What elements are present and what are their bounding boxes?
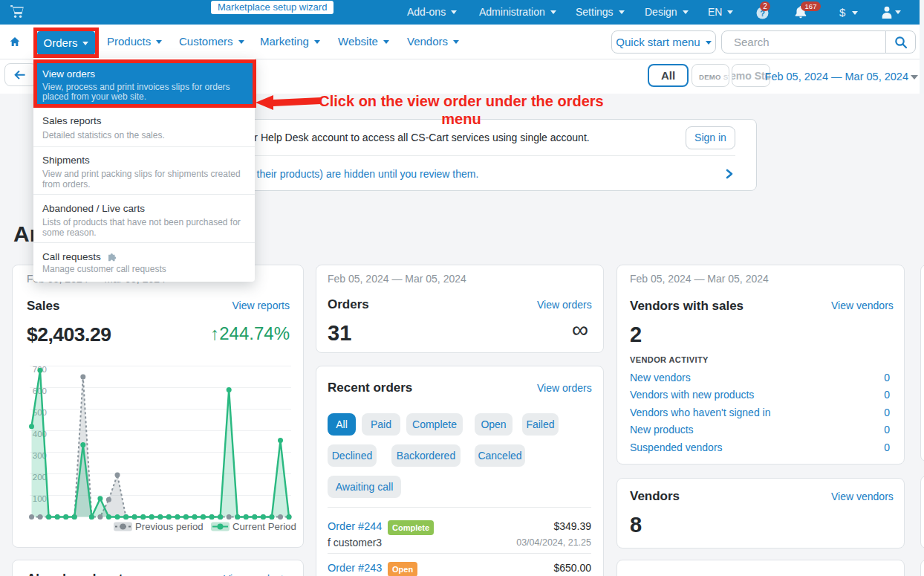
svg-text:Current Period: Current Period: [232, 521, 296, 532]
svg-text:Previous period: Previous period: [135, 521, 204, 532]
